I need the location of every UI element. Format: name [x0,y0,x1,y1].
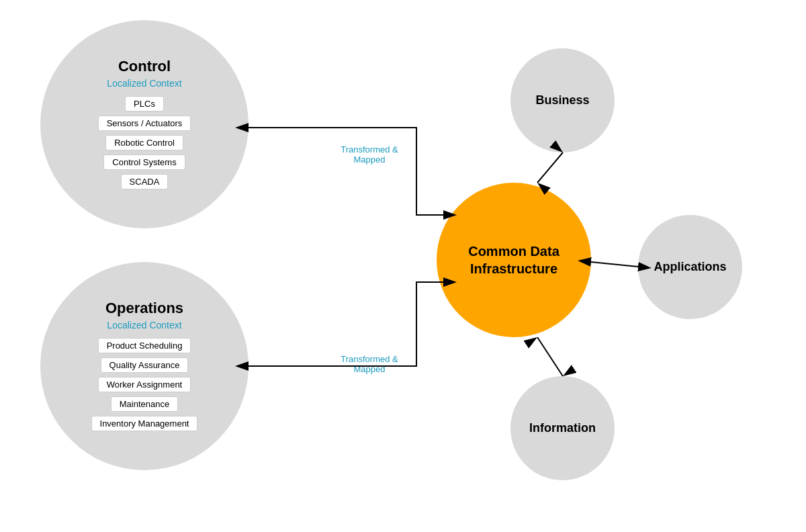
arrow-label-top: Transformed &Mapped [329,144,410,165]
operations-subtitle: Localized Context [107,320,181,330]
diagram-container: Control Localized Context PLCs Sensors /… [0,0,806,532]
control-circle: Control Localized Context PLCs Sensors /… [40,20,249,228]
control-item-4: Control Systems [103,154,185,170]
operations-item-3: Worker Assignment [98,377,191,392]
control-item-2: Sensors / Actuators [98,116,191,131]
svg-line-4 [537,152,563,183]
business-label: Business [535,93,589,107]
information-label: Information [529,421,596,435]
svg-line-5 [537,337,563,376]
operations-item-4: Maintenance [111,396,178,412]
control-item-3: Robotic Control [105,135,183,150]
center-circle: Common Data Infrastructure [437,183,591,337]
control-subtitle: Localized Context [107,78,181,89]
control-title: Control [118,58,171,75]
arrow-label-bottom: Transformed &Mapped [329,354,410,374]
business-circle: Business [510,48,615,152]
applications-circle: Applications [638,215,742,319]
svg-line-6 [591,262,638,267]
operations-item-1: Product Scheduling [98,338,191,353]
information-circle: Information [510,376,615,480]
operations-item-2: Quality Assurance [101,357,189,373]
center-label: Common Data Infrastructure [468,242,559,277]
applications-label: Applications [654,260,726,274]
control-item-1: PLCs [125,96,164,112]
operations-title: Operations [105,300,183,317]
control-item-5: SCADA [121,174,169,189]
operations-item-5: Inventory Management [91,416,198,431]
operations-circle: Operations Localized Context Product Sch… [40,262,249,470]
